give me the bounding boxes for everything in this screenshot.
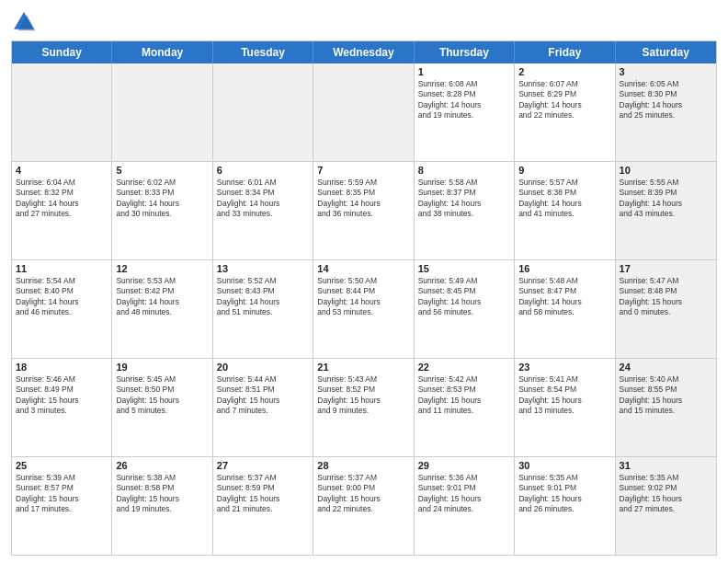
day-number: 14 <box>317 263 409 274</box>
day-number: 2 <box>518 66 610 77</box>
day-number: 18 <box>16 362 108 373</box>
day-info: Sunrise: 5:55 AM Sunset: 8:39 PM Dayligh… <box>620 178 712 220</box>
day-info: Sunrise: 5:41 AM Sunset: 8:54 PM Dayligh… <box>518 374 610 417</box>
calendar-cell-11: 11Sunrise: 5:54 AM Sunset: 8:40 PM Dayli… <box>12 260 112 358</box>
day-info: Sunrise: 6:08 AM Sunset: 8:28 PM Dayligh… <box>418 79 510 121</box>
day-number: 6 <box>217 165 309 176</box>
calendar-cell-14: 14Sunrise: 5:50 AM Sunset: 8:44 PM Dayli… <box>313 260 414 358</box>
day-number: 12 <box>116 263 208 274</box>
calendar-cell-25: 25Sunrise: 5:39 AM Sunset: 8:57 PM Dayli… <box>12 457 112 555</box>
day-info: Sunrise: 6:02 AM Sunset: 8:33 PM Dayligh… <box>116 178 208 220</box>
day-info: Sunrise: 5:42 AM Sunset: 8:53 PM Dayligh… <box>418 374 510 417</box>
day-number: 22 <box>418 362 510 373</box>
calendar-cell-23: 23Sunrise: 5:41 AM Sunset: 8:54 PM Dayli… <box>515 359 615 456</box>
day-number: 8 <box>418 165 510 176</box>
day-number: 10 <box>620 165 712 176</box>
calendar-cell-2: 2Sunrise: 6:07 AM Sunset: 8:29 PM Daylig… <box>515 63 615 161</box>
calendar-cell-empty-0-2 <box>213 63 313 161</box>
day-info: Sunrise: 5:59 AM Sunset: 8:35 PM Dayligh… <box>317 178 409 220</box>
day-info: Sunrise: 5:47 AM Sunset: 8:48 PM Dayligh… <box>620 276 712 318</box>
day-number: 19 <box>116 362 208 373</box>
day-number: 1 <box>418 66 510 77</box>
day-number: 27 <box>217 460 309 471</box>
calendar-cell-3: 3Sunrise: 6:05 AM Sunset: 8:30 PM Daylig… <box>616 63 716 161</box>
calendar-cell-18: 18Sunrise: 5:46 AM Sunset: 8:49 PM Dayli… <box>12 359 112 456</box>
header-day-sunday: Sunday <box>12 41 112 63</box>
calendar-cell-7: 7Sunrise: 5:59 AM Sunset: 8:35 PM Daylig… <box>313 162 414 259</box>
day-number: 17 <box>620 263 712 274</box>
day-info: Sunrise: 5:40 AM Sunset: 8:55 PM Dayligh… <box>620 374 712 417</box>
calendar-cell-30: 30Sunrise: 5:35 AM Sunset: 9:01 PM Dayli… <box>515 457 615 555</box>
logo-icon <box>11 9 37 35</box>
calendar-week-3: 11Sunrise: 5:54 AM Sunset: 8:40 PM Dayli… <box>12 260 716 359</box>
calendar-cell-5: 5Sunrise: 6:02 AM Sunset: 8:33 PM Daylig… <box>112 162 212 259</box>
day-info: Sunrise: 6:04 AM Sunset: 8:32 PM Dayligh… <box>16 178 108 220</box>
day-info: Sunrise: 5:37 AM Sunset: 9:00 PM Dayligh… <box>317 473 409 515</box>
day-info: Sunrise: 5:57 AM Sunset: 8:38 PM Dayligh… <box>518 178 610 220</box>
header-day-tuesday: Tuesday <box>213 41 313 63</box>
day-number: 30 <box>518 460 610 471</box>
calendar-cell-15: 15Sunrise: 5:49 AM Sunset: 8:45 PM Dayli… <box>415 260 515 358</box>
calendar-cell-8: 8Sunrise: 5:58 AM Sunset: 8:37 PM Daylig… <box>415 162 515 259</box>
day-info: Sunrise: 5:44 AM Sunset: 8:51 PM Dayligh… <box>217 374 309 417</box>
day-number: 21 <box>317 362 409 373</box>
calendar-cell-9: 9Sunrise: 5:57 AM Sunset: 8:38 PM Daylig… <box>515 162 615 259</box>
day-info: Sunrise: 5:36 AM Sunset: 9:01 PM Dayligh… <box>418 473 510 515</box>
calendar-cell-31: 31Sunrise: 5:35 AM Sunset: 9:02 PM Dayli… <box>616 457 716 555</box>
calendar-cell-empty-0-0 <box>12 63 112 161</box>
calendar-cell-29: 29Sunrise: 5:36 AM Sunset: 9:01 PM Dayli… <box>415 457 515 555</box>
day-info: Sunrise: 5:58 AM Sunset: 8:37 PM Dayligh… <box>418 178 510 220</box>
calendar-cell-12: 12Sunrise: 5:53 AM Sunset: 8:42 PM Dayli… <box>112 260 212 358</box>
day-info: Sunrise: 5:39 AM Sunset: 8:57 PM Dayligh… <box>16 473 108 515</box>
calendar-cell-22: 22Sunrise: 5:42 AM Sunset: 8:53 PM Dayli… <box>415 359 515 456</box>
day-info: Sunrise: 5:54 AM Sunset: 8:40 PM Dayligh… <box>16 276 108 318</box>
calendar-cell-21: 21Sunrise: 5:43 AM Sunset: 8:52 PM Dayli… <box>313 359 414 456</box>
calendar-header-row: SundayMondayTuesdayWednesdayThursdayFrid… <box>12 41 716 63</box>
calendar-cell-6: 6Sunrise: 6:01 AM Sunset: 8:34 PM Daylig… <box>213 162 313 259</box>
header-day-friday: Friday <box>515 41 615 63</box>
day-info: Sunrise: 5:37 AM Sunset: 8:59 PM Dayligh… <box>217 473 309 515</box>
day-number: 5 <box>116 165 208 176</box>
calendar-cell-empty-0-3 <box>313 63 414 161</box>
header <box>11 9 717 35</box>
day-info: Sunrise: 5:49 AM Sunset: 8:45 PM Dayligh… <box>418 276 510 318</box>
day-info: Sunrise: 5:52 AM Sunset: 8:43 PM Dayligh… <box>217 276 309 318</box>
calendar: SundayMondayTuesdayWednesdayThursdayFrid… <box>11 40 717 556</box>
day-number: 3 <box>620 66 712 77</box>
calendar-body: 1Sunrise: 6:08 AM Sunset: 8:28 PM Daylig… <box>12 63 716 555</box>
day-info: Sunrise: 5:45 AM Sunset: 8:50 PM Dayligh… <box>116 374 208 417</box>
calendar-week-5: 25Sunrise: 5:39 AM Sunset: 8:57 PM Dayli… <box>12 457 716 555</box>
day-number: 23 <box>518 362 610 373</box>
calendar-cell-4: 4Sunrise: 6:04 AM Sunset: 8:32 PM Daylig… <box>12 162 112 259</box>
day-info: Sunrise: 5:46 AM Sunset: 8:49 PM Dayligh… <box>16 374 108 417</box>
page-container: SundayMondayTuesdayWednesdayThursdayFrid… <box>0 0 728 563</box>
day-info: Sunrise: 5:50 AM Sunset: 8:44 PM Dayligh… <box>317 276 409 318</box>
header-day-thursday: Thursday <box>415 41 515 63</box>
day-info: Sunrise: 6:05 AM Sunset: 8:30 PM Dayligh… <box>620 79 712 121</box>
calendar-cell-28: 28Sunrise: 5:37 AM Sunset: 9:00 PM Dayli… <box>313 457 414 555</box>
calendar-cell-20: 20Sunrise: 5:44 AM Sunset: 8:51 PM Dayli… <box>213 359 313 456</box>
header-day-saturday: Saturday <box>616 41 716 63</box>
day-info: Sunrise: 5:48 AM Sunset: 8:47 PM Dayligh… <box>518 276 610 318</box>
header-day-monday: Monday <box>112 41 212 63</box>
calendar-cell-10: 10Sunrise: 5:55 AM Sunset: 8:39 PM Dayli… <box>616 162 716 259</box>
day-number: 29 <box>418 460 510 471</box>
calendar-week-4: 18Sunrise: 5:46 AM Sunset: 8:49 PM Dayli… <box>12 359 716 457</box>
day-number: 15 <box>418 263 510 274</box>
day-number: 16 <box>518 263 610 274</box>
day-number: 11 <box>16 263 108 274</box>
day-number: 28 <box>317 460 409 471</box>
day-number: 26 <box>116 460 208 471</box>
calendar-week-1: 1Sunrise: 6:08 AM Sunset: 8:28 PM Daylig… <box>12 63 716 162</box>
calendar-cell-24: 24Sunrise: 5:40 AM Sunset: 8:55 PM Dayli… <box>616 359 716 456</box>
day-number: 4 <box>16 165 108 176</box>
calendar-cell-17: 17Sunrise: 5:47 AM Sunset: 8:48 PM Dayli… <box>616 260 716 358</box>
logo <box>11 9 40 35</box>
day-info: Sunrise: 5:35 AM Sunset: 9:02 PM Dayligh… <box>620 473 712 515</box>
calendar-cell-1: 1Sunrise: 6:08 AM Sunset: 8:28 PM Daylig… <box>415 63 515 161</box>
day-info: Sunrise: 6:01 AM Sunset: 8:34 PM Dayligh… <box>217 178 309 220</box>
calendar-cell-13: 13Sunrise: 5:52 AM Sunset: 8:43 PM Dayli… <box>213 260 313 358</box>
day-info: Sunrise: 5:43 AM Sunset: 8:52 PM Dayligh… <box>317 374 409 417</box>
calendar-week-2: 4Sunrise: 6:04 AM Sunset: 8:32 PM Daylig… <box>12 162 716 260</box>
calendar-cell-26: 26Sunrise: 5:38 AM Sunset: 8:58 PM Dayli… <box>112 457 212 555</box>
